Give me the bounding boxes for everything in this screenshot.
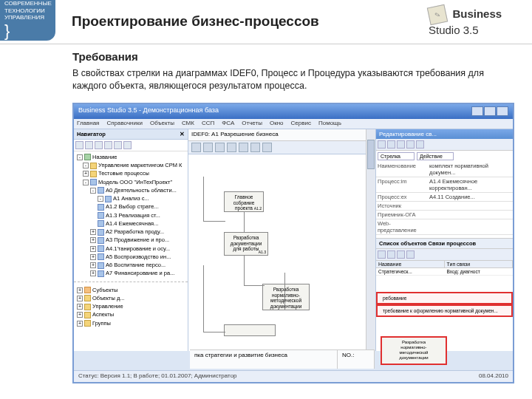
- navigator-toolbar[interactable]: [74, 140, 188, 151]
- grid-header: НазваниеТип связи: [376, 261, 513, 268]
- property-row[interactable]: Web-представление: [376, 219, 513, 235]
- tree-item[interactable]: +А7 Финансирование и ра...: [74, 269, 188, 277]
- tree-item[interactable]: +А2 Разработка проду...: [74, 228, 188, 236]
- tree-item[interactable]: -Управление маркетингом СРМ К: [74, 161, 188, 169]
- tree-item[interactable]: -Модель ООО "ИнТехПроект": [74, 178, 188, 186]
- window-titlebar: Business Studio 3.5 - Демонстрационная б…: [74, 104, 513, 119]
- menu-bar[interactable]: ГлавнаяСправочникиОбъектыСМКССПФСАОтчеты…: [74, 119, 513, 129]
- slide-title: Проектирование бизнес-процессов: [55, 0, 429, 30]
- diagram-title: IDEF0: А1 Разрешение бизнеса: [188, 129, 375, 141]
- diagram-node[interactable]: Разработканормативно-методическойдокумен…: [262, 284, 310, 310]
- status-bar: Статус: Версия 1.1; В работе; 01.01.2007…: [74, 370, 513, 382]
- tree-item[interactable]: +А5 Воспроизводство ин...: [74, 253, 188, 261]
- note-icon: ✎: [427, 4, 448, 25]
- property-row[interactable]: Приемник-ОГА: [376, 211, 513, 219]
- tree-item[interactable]: +А6 Воспитание персо...: [74, 261, 188, 269]
- diagram-node[interactable]: ГлавноесобраниепроектаА1.2: [224, 191, 264, 212]
- type-dropdown[interactable]: Стрелка: [378, 152, 415, 160]
- diagram-node[interactable]: [224, 324, 276, 336]
- property-grid[interactable]: Наименованиекомплект нормативной докумен…: [376, 162, 513, 235]
- close-icon[interactable]: ✕: [180, 131, 185, 137]
- tree-item[interactable]: А1.3 Реализация ст...: [74, 211, 188, 219]
- tree-item[interactable]: +Управление: [74, 302, 188, 310]
- tree-item[interactable]: +Группы: [74, 319, 188, 327]
- property-row[interactable]: Процесс:exА4.11 Создание...: [376, 193, 513, 202]
- tree-item[interactable]: -А1 Анализ с...: [74, 194, 188, 202]
- navigator-panel: Навигатор✕ -Название-Управление маркетин…: [74, 129, 188, 351]
- diagram-canvas[interactable]: IDEF0: А1 Разрешение бизнеса Главноесобр…: [188, 129, 376, 351]
- diagram-node[interactable]: Разработкадокументациидля работыА1.3: [224, 232, 268, 256]
- tree-item[interactable]: +А4.1'танирование и осу...: [74, 245, 188, 253]
- diagram-footer: пка стратегии и развитие бизнеса NO.:: [190, 349, 375, 369]
- properties-panel: Редактирование св... Стрелка Действие На…: [376, 129, 513, 351]
- process-tree[interactable]: -Название-Управление маркетингом СРМ К+Т…: [74, 151, 188, 279]
- tree-item[interactable]: А1.2 Выбор страте...: [74, 202, 188, 211]
- window-controls[interactable]: [471, 106, 508, 117]
- vendor-logo: СОВРЕМЕННЫЕ ТЕХНОЛОГИИ УПРАВЛЕНИЯ}: [0, 0, 55, 41]
- tree-item[interactable]: -Название: [74, 153, 188, 161]
- property-row[interactable]: Источник: [376, 202, 513, 211]
- section-subtitle: Требования: [72, 50, 514, 63]
- tree-item[interactable]: +Тестовые процессы: [74, 169, 188, 177]
- action-dropdown[interactable]: Действие: [417, 152, 454, 160]
- property-row[interactable]: Наименованиекомплект нормативной докумен…: [376, 162, 513, 177]
- grid-row[interactable]: Стратегическ...Вход: диагност: [376, 268, 513, 276]
- objects-section-header[interactable]: Список объектов Связи процессов: [376, 238, 513, 249]
- tree-item[interactable]: +А3 Продвижение и про...: [74, 236, 188, 244]
- window-title: Business Studio 3.5 - Демонстрационная б…: [78, 106, 219, 117]
- reference-tree[interactable]: +Субъекты+Объекты д...+Управление+Аспект…: [74, 284, 188, 329]
- diagram-toolbar[interactable]: [188, 141, 375, 154]
- requirement-section-highlight[interactable]: ребование: [376, 292, 513, 304]
- app-screenshot: Business Studio 3.5 - Демонстрационная б…: [72, 103, 514, 383]
- section-description: В свойствах стрелки на диаграммах IDEF0,…: [72, 67, 514, 92]
- navigator-header: Навигатор✕: [74, 129, 188, 140]
- product-logo: ✎ Business Studio 3.5: [429, 0, 532, 37]
- scrollbar[interactable]: [366, 129, 375, 351]
- tree-item[interactable]: А1.4 Ежемесячная...: [74, 219, 188, 228]
- properties-title: Редактирование св...: [376, 129, 513, 139]
- tree-item[interactable]: +Аспекты: [74, 310, 188, 318]
- tree-item[interactable]: -А0 Деятельность области...: [74, 186, 188, 194]
- tree-item[interactable]: +Объекты д...: [74, 294, 188, 302]
- tree-item[interactable]: +Субъекты: [74, 286, 188, 294]
- properties-toolbar[interactable]: [376, 139, 513, 151]
- callout-box: Разработканормативно-методическойдокумен…: [381, 336, 447, 365]
- property-row[interactable]: Процесс:im А1.4 Ежемесячное корректирова…: [376, 177, 513, 193]
- requirement-row-highlight[interactable]: требование к оформлению нормативной доку…: [376, 304, 513, 317]
